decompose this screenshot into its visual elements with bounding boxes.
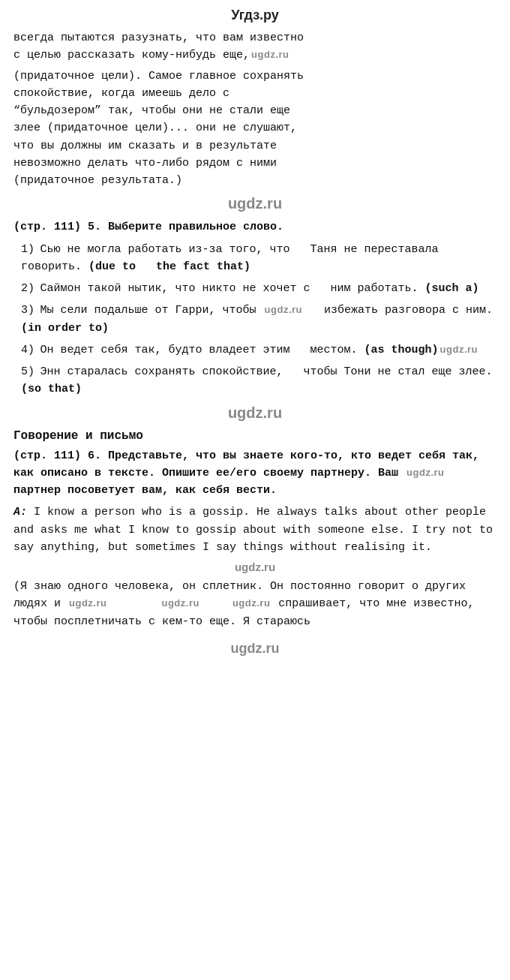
list-item-2: 2) Саймон такой нытик, что никто не хоче… — [21, 280, 496, 297]
intro-paragraph-2: (придаточное цели). Самое главное сохран… — [14, 68, 496, 190]
watermark-ex5-mid: ugdz.ru — [14, 404, 496, 422]
list-item-3: 3) Мы сели подальше от Гарри, чтобы ugdz… — [21, 302, 496, 337]
exercise6-heading: (стр. 111) 6. Представьте, что вы знаете… — [14, 447, 496, 500]
bottom-watermark: ugdz.ru — [14, 641, 496, 657]
exercise5-heading: (стр. 111) 5. Выберите правильное слово. — [14, 218, 496, 236]
watermark-item3: ugdz.ru — [265, 302, 302, 317]
speaking-heading: Говорение и письмо — [14, 429, 496, 443]
item5-answer: (so that) — [21, 383, 82, 395]
item4-answer: (as though) — [364, 344, 439, 356]
dialog-label-a: A: — [14, 506, 27, 519]
watermark-mid: ugdz.ru — [14, 195, 496, 212]
item2-num: 2) Саймон такой нытик, что никто не хоче… — [21, 282, 479, 295]
dialog-text-a: I know a person who is a gossip. He alwa… — [14, 506, 493, 554]
intro-paragraph-1: всегда пытаются разузнать, что вам извес… — [14, 29, 496, 65]
watermark-trans1: ugdz.ru — [69, 596, 106, 611]
page-container: Угдз.ру всегда пытаются разузнать, что в… — [0, 0, 510, 672]
watermark-item4: ugdz.ru — [440, 342, 478, 357]
watermark-inline-1: ugdz.ru — [251, 47, 289, 62]
site-header: Угдз.ру — [14, 8, 496, 23]
translation-block-1: (Я знаю одного человека, он сплетник. Он… — [14, 578, 496, 630]
item2-answer: (such a) — [425, 282, 479, 295]
list-item-1: 1) Сью не могла работать из-за того, что… — [21, 241, 496, 276]
item1-num: 1) Сью не могла работать из-за того, что… — [21, 243, 439, 273]
watermark-trans3: ugdz.ru — [232, 596, 270, 611]
item4-num: 4) Он ведет себя так, будто владеет этим… — [21, 344, 479, 356]
watermark-dialog: ugdz.ru — [14, 561, 496, 573]
dialog-block-a: A: I know a person who is a gossip. He a… — [14, 504, 496, 556]
list-item-5: 5) Энн старалась сохранять спокойствие, … — [21, 363, 496, 398]
watermark-trans2: ugdz.ru — [161, 596, 199, 611]
list-item-4: 4) Он ведет себя так, будто владеет этим… — [21, 341, 496, 359]
item3-num: 3) Мы сели подальше от Гарри, чтобы ugdz… — [21, 304, 493, 334]
watermark-ex6-inline: ugdz.ru — [406, 465, 444, 480]
item5-num: 5) Энн старалась сохранять спокойствие, … — [21, 365, 493, 395]
item3-answer: (in order to) — [21, 322, 109, 335]
item1-answer: (due to the fact that) — [88, 260, 250, 273]
